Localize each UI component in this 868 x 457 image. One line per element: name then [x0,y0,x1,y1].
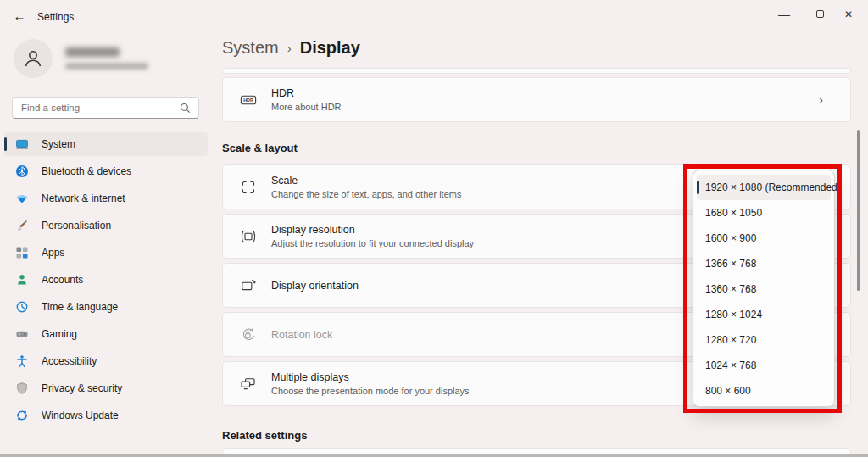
accessibility-icon [15,354,29,368]
sidebar-item-label: Windows Update [42,410,119,421]
restore-icon [816,10,824,18]
sidebar-item-label: Bluetooth & devices [42,165,131,177]
search-input[interactable] [13,103,180,113]
sidebar-item-time-language[interactable]: Time & language [4,295,208,319]
sidebar-item-accounts[interactable]: Accounts [4,268,208,292]
sidebar-item-label: Privacy & security [42,382,122,394]
hdr-icon: HDR [240,92,257,109]
rotation-lock-icon [240,326,257,343]
vertical-scrollbar[interactable] [857,130,860,291]
sidebar-item-label: Personalisation [42,220,111,231]
sidebar-item-label: Time & language [42,301,118,313]
user-name-blurred [65,47,120,57]
sidebar-item-bluetooth-devices[interactable]: Bluetooth & devices [4,159,208,183]
system-icon [15,137,29,151]
sidebar-item-network-internet[interactable]: Network & internet [4,187,208,210]
card-title: Rotation lock [271,329,332,341]
hdr-card[interactable]: HDR HDR More about HDR › [222,77,851,122]
network-icon [15,192,29,205]
card-title: Display resolution [271,224,474,236]
selected-indicator [4,137,7,151]
page-title: Display [300,38,360,58]
sidebar-item-gaming[interactable]: Gaming [4,322,208,346]
window-title: Settings [37,11,74,23]
card-title: Multiple displays [271,371,470,383]
sidebar-item-label: Network & internet [42,192,125,204]
sidebar-item-privacy-security[interactable]: Privacy & security [4,376,208,400]
time-language-icon [15,300,29,314]
card-subtitle: Choose the presentation mode for your di… [271,386,470,396]
card-title: Display orientation [271,280,359,292]
sidebar-item-label: Accounts [42,274,83,286]
card-title: HDR [271,87,342,99]
close-icon: ✕ [844,8,853,20]
section-scale-layout: Scale & layout [222,142,298,154]
settings-window: ← Settings — ✕ System Bluetoot [0,0,868,457]
card-subtitle: Change the size of text, apps, and other… [271,189,461,199]
chevron-right-icon: › [819,92,823,108]
search-icon[interactable] [180,103,191,114]
sidebar-nav: System Bluetooth & devices Network & int… [0,132,212,431]
sidebar-item-windows-update[interactable]: Windows Update [4,404,208,427]
sidebar-item-label: Apps [42,247,64,259]
card-subtitle: Adjust the resolution to fit your connec… [271,238,474,248]
multiple-displays-icon [240,376,257,393]
sidebar-item-system[interactable]: System [4,132,208,156]
sidebar-item-personalisation[interactable]: Personalisation [4,214,208,237]
partial-card-above [222,68,851,74]
minimize-button[interactable]: — [765,0,803,28]
card-subtitle: More about HDR [271,102,342,112]
person-icon [22,47,44,70]
back-arrow-icon: ← [14,8,26,23]
display-resolution-icon [240,228,257,245]
personalisation-icon [15,219,29,232]
chevron-right-icon: › [287,41,292,55]
breadcrumb-system[interactable]: System [222,38,279,58]
minimize-icon: — [778,8,790,21]
sidebar-item-label: Gaming [42,328,77,340]
sidebar-item-accessibility[interactable]: Accessibility [4,349,208,373]
red-highlight-box [683,164,842,413]
avatar[interactable] [14,39,53,78]
gaming-icon [15,327,29,341]
search-box [12,97,199,119]
apps-icon [15,246,29,259]
sidebar-item-label: Accessibility [42,355,97,367]
section-related-settings: Related settings [222,429,307,442]
sidebar-item-label: System [42,138,75,150]
scale-icon [240,179,257,196]
card-title: Scale [271,175,461,187]
close-button[interactable]: ✕ [830,0,867,28]
breadcrumb: System › Display [222,38,360,58]
windows-update-icon [15,409,29,422]
back-button[interactable]: ← [7,4,32,26]
user-email-blurred [65,63,148,70]
sidebar-item-apps[interactable]: Apps [4,241,208,265]
bluetooth-icon [15,164,29,178]
accounts-icon [15,273,29,287]
privacy-icon [15,382,29,395]
display-orientation-icon [240,277,257,294]
svg-text:HDR: HDR [243,98,253,103]
